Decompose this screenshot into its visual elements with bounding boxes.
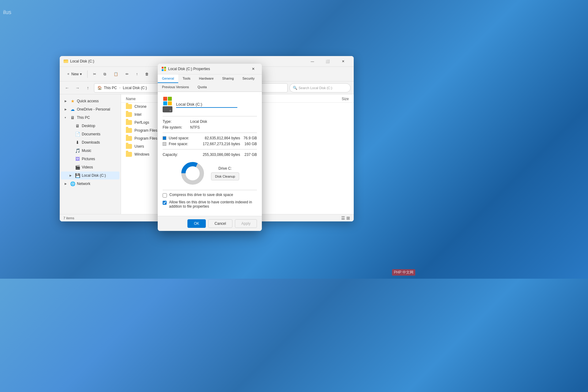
- rename-icon: ✏: [126, 72, 129, 76]
- compress-label: Compress this drive to save disk space: [169, 193, 233, 197]
- svg-rect-3: [162, 67, 164, 69]
- close-button[interactable]: ✕: [336, 57, 350, 66]
- free-gb: 160 GB: [240, 142, 257, 146]
- tab-tools[interactable]: Tools: [178, 74, 195, 83]
- star-icon: ★: [70, 99, 75, 104]
- minimize-button[interactable]: —: [305, 57, 319, 66]
- copy-icon: ⧉: [104, 72, 106, 76]
- index-checkbox[interactable]: [163, 201, 167, 205]
- maximize-button[interactable]: ⬜: [321, 57, 335, 66]
- tab-general[interactable]: General: [158, 74, 178, 83]
- apply-button[interactable]: Apply: [235, 219, 257, 228]
- compress-checkbox-row: Compress this drive to save disk space: [163, 193, 257, 198]
- section-divider-4: [163, 190, 257, 190]
- sidebar-item-videos[interactable]: 🎬 Videos: [61, 163, 119, 171]
- compress-checkbox[interactable]: [163, 193, 167, 198]
- new-icon: ＋: [66, 71, 70, 77]
- dialog-close-button[interactable]: ✕: [248, 65, 258, 73]
- dialog-content: Type: Local Disk File system: NTFS Used …: [158, 92, 262, 216]
- search-icon: 🔍: [293, 86, 297, 90]
- ok-button[interactable]: OK: [187, 219, 205, 228]
- sidebar-item-label: Music: [82, 149, 91, 153]
- disk-cleanup-button[interactable]: Disk Cleanup: [211, 172, 239, 180]
- titlebar-controls: — ⬜ ✕: [305, 57, 350, 66]
- free-space-row: Free space: 172,667,273,216 bytes 160 GB: [163, 142, 257, 146]
- back-button[interactable]: ←: [63, 84, 71, 92]
- music-icon: 🎵: [75, 148, 80, 153]
- download-icon: ⬇: [75, 140, 80, 145]
- expand-icon: ▶: [70, 174, 73, 177]
- svg-rect-6: [164, 69, 166, 71]
- cancel-button[interactable]: Cancel: [208, 219, 232, 228]
- chart-area: Drive C: Disk Cleanup: [163, 161, 257, 186]
- pictures-icon: 🖼: [75, 156, 80, 161]
- dialog-title: Local Disk (C:) Properties: [168, 67, 210, 71]
- explorer-sidebar: ▶ ★ Quick access ▶ ☁ OneDrive - Personal…: [60, 94, 121, 214]
- folder-icon: [126, 120, 132, 125]
- file-name: Chrone: [134, 104, 146, 109]
- desktop-text: ilus: [3, 9, 11, 16]
- paste-icon: 📋: [114, 72, 118, 76]
- search-bar[interactable]: 🔍 Search Local Disk (C:): [289, 83, 351, 92]
- rename-button[interactable]: ✏: [123, 70, 132, 78]
- used-color-indicator: [163, 136, 166, 140]
- paste-button[interactable]: 📋: [111, 70, 121, 78]
- properties-dialog-icon: [161, 66, 166, 71]
- folder-icon: [126, 144, 132, 149]
- sidebar-item-pictures[interactable]: 🖼 Pictures: [61, 155, 119, 163]
- sidebar-item-label: Documents: [82, 132, 100, 136]
- sidebar-item-downloads[interactable]: ⬇ Downloads: [61, 138, 119, 146]
- dialog-footer: OK Cancel Apply: [158, 216, 262, 231]
- sidebar-item-label: Local Disk (C:): [82, 173, 106, 178]
- item-count: 7 items: [63, 216, 74, 220]
- sidebar-item-quick-access[interactable]: ▶ ★ Quick access: [61, 97, 119, 105]
- forward-button[interactable]: →: [73, 84, 82, 92]
- share-icon: ↑: [136, 72, 138, 76]
- section-divider-2: [163, 133, 257, 133]
- used-gb: 76.9 GB: [240, 136, 257, 140]
- expand-icon: ▶: [65, 182, 68, 185]
- tab-security[interactable]: Security: [238, 74, 259, 83]
- folder-icon: [126, 104, 132, 109]
- copy-button[interactable]: ⧉: [100, 70, 109, 78]
- type-row: Type: Local Disk: [163, 119, 257, 124]
- sidebar-item-this-pc[interactable]: ▾ 🖥 This PC: [61, 114, 119, 122]
- sidebar-item-onedrive[interactable]: ▶ ☁ OneDrive - Personal: [61, 105, 119, 113]
- share-button[interactable]: ↑: [133, 70, 141, 78]
- tab-quota[interactable]: Quota: [193, 83, 211, 92]
- new-button[interactable]: ＋ New ▾: [63, 70, 85, 78]
- up-button[interactable]: ↑: [84, 84, 92, 92]
- delete-button[interactable]: 🗑: [142, 70, 152, 78]
- win-square-blue: [163, 101, 167, 105]
- scissors-icon: ✂: [93, 72, 96, 76]
- sidebar-item-label: This PC: [77, 115, 90, 120]
- sidebar-item-desktop[interactable]: 🖥 Desktop: [61, 122, 119, 130]
- sidebar-item-documents[interactable]: 📄 Documents: [61, 130, 119, 138]
- tab-previous-versions[interactable]: Previous Versions: [158, 83, 193, 92]
- capacity-label: Capacity:: [163, 153, 190, 157]
- dialog-title-area: Local Disk (C:) Properties: [161, 66, 210, 71]
- type-label: Type:: [163, 119, 190, 124]
- list-view-button[interactable]: ☰: [341, 216, 345, 221]
- tab-hardware[interactable]: Hardware: [195, 74, 218, 83]
- expand-icon: ▶: [65, 100, 68, 103]
- free-bytes: 172,667,273,216 bytes: [193, 142, 240, 146]
- cut-button[interactable]: ✂: [90, 70, 99, 78]
- home-icon: 🏠: [97, 86, 102, 90]
- sidebar-item-network[interactable]: ▶ 🌐 Network: [61, 180, 119, 188]
- disk-icon-area: [163, 97, 172, 112]
- tab-sharing[interactable]: Sharing: [218, 74, 238, 83]
- explorer-title: Local Disk (C:): [70, 59, 94, 63]
- section-divider-1: [163, 116, 257, 116]
- win-square-red: [163, 97, 167, 101]
- grid-view-button[interactable]: ⊞: [346, 216, 350, 221]
- disk-name-input[interactable]: [176, 101, 237, 108]
- disk-icon: 💾: [75, 173, 80, 178]
- videos-icon: 🎬: [75, 165, 80, 170]
- search-placeholder: Search Local Disk (C:): [299, 86, 332, 90]
- sidebar-item-local-disk[interactable]: ▶ 💾 Local Disk (C:): [61, 172, 119, 179]
- sidebar-item-music[interactable]: 🎵 Music: [61, 147, 119, 155]
- dialog-tabs: General Tools Hardware Sharing Security …: [158, 74, 262, 92]
- path-home: This PC: [104, 86, 117, 90]
- cloud-icon: ☁: [70, 107, 75, 112]
